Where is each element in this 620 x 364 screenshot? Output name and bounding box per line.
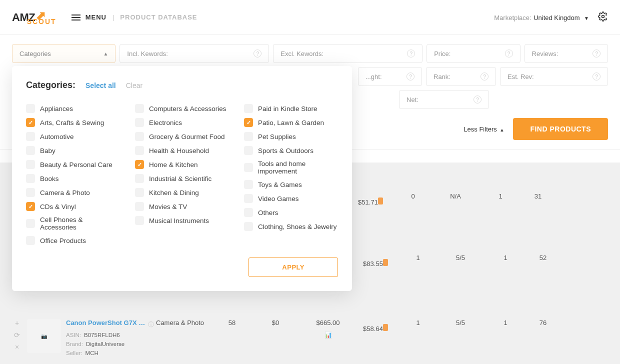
- help-icon[interactable]: ?: [474, 96, 482, 104]
- info-icon[interactable]: ⓘ: [148, 321, 154, 328]
- category-item[interactable]: Sports & Outdoors: [244, 144, 338, 158]
- checkbox[interactable]: [244, 194, 253, 203]
- checkbox[interactable]: [135, 132, 144, 141]
- checkbox[interactable]: [26, 202, 35, 211]
- category-item[interactable]: Computers & Accessories: [135, 102, 229, 116]
- category-item[interactable]: Paid in Kindle Store: [244, 102, 338, 116]
- category-item[interactable]: Movies & TV: [135, 200, 229, 214]
- select-all-link[interactable]: Select all: [86, 82, 116, 90]
- category-item[interactable]: CDs & Vinyl: [26, 200, 120, 214]
- checkbox[interactable]: [26, 132, 35, 141]
- checkbox[interactable]: [135, 202, 144, 211]
- help-icon[interactable]: ?: [406, 72, 414, 80]
- category-item[interactable]: Appliances: [26, 102, 120, 116]
- category-item[interactable]: Automotive: [26, 130, 120, 144]
- hamburger-icon[interactable]: [72, 13, 80, 22]
- checkbox[interactable]: [26, 160, 35, 169]
- cell-value: $58.64: [363, 325, 383, 332]
- calc-icon[interactable]: [378, 198, 383, 204]
- net-input[interactable]: Net: ?: [399, 90, 489, 109]
- category-item[interactable]: Video Games: [244, 192, 338, 206]
- category-item[interactable]: Cell Phones & Accessories: [26, 214, 120, 234]
- checkbox[interactable]: [244, 163, 253, 172]
- logo[interactable]: AMZ ⬈ SCOUT: [12, 10, 56, 24]
- price-input[interactable]: Price: ?: [426, 44, 520, 63]
- calc-icon[interactable]: [383, 259, 388, 266]
- checkbox[interactable]: [244, 180, 253, 189]
- checkbox[interactable]: [26, 188, 35, 197]
- category-item[interactable]: Industrial & Scientific: [135, 172, 229, 186]
- reviews-input[interactable]: Reviews: ?: [524, 44, 608, 63]
- category-item[interactable]: Camera & Photo: [26, 186, 120, 200]
- checkbox[interactable]: [244, 208, 253, 217]
- help-icon[interactable]: ?: [592, 72, 600, 80]
- category-item[interactable]: Grocery & Gourmet Food: [135, 130, 229, 144]
- help-icon[interactable]: ?: [592, 50, 600, 58]
- checkbox[interactable]: [26, 104, 35, 113]
- category-item[interactable]: Electronics: [135, 116, 229, 130]
- less-filters-toggle[interactable]: Less Filters ▲: [464, 126, 504, 133]
- rank-input[interactable]: Rank: ?: [426, 67, 496, 86]
- cell-value: 58: [228, 319, 236, 326]
- checkbox[interactable]: [26, 118, 35, 127]
- checkbox[interactable]: [135, 146, 144, 155]
- menu-label[interactable]: MENU: [86, 14, 106, 21]
- weight-input[interactable]: ...ght: ?: [358, 67, 422, 86]
- category-item[interactable]: Health & Household: [135, 144, 229, 158]
- product-thumbnail[interactable]: 📷: [27, 319, 61, 353]
- category-item[interactable]: Baby: [26, 144, 120, 158]
- category-item[interactable]: Books: [26, 172, 120, 186]
- checkbox[interactable]: [244, 104, 253, 113]
- clear-link[interactable]: Clear: [126, 82, 142, 90]
- category-item[interactable]: Patio, Lawn & Garden: [244, 116, 338, 130]
- svg-point-0: [602, 15, 604, 18]
- checkbox[interactable]: [135, 188, 144, 197]
- checkbox[interactable]: [135, 216, 144, 225]
- category-item[interactable]: Clothing, Shoes & Jewelry: [244, 220, 338, 234]
- category-item[interactable]: Others: [244, 206, 338, 220]
- est-rev-input[interactable]: Est. Rev: ?: [500, 67, 608, 86]
- checkbox[interactable]: [244, 118, 253, 127]
- checkbox[interactable]: [26, 219, 35, 228]
- category-item[interactable]: Musical Instruments: [135, 214, 229, 228]
- plus-icon[interactable]: +: [15, 319, 19, 327]
- calc-icon[interactable]: [383, 324, 388, 331]
- find-products-button[interactable]: FIND PRODUCTS: [513, 118, 608, 140]
- category-item[interactable]: Beauty & Personal Care: [26, 158, 120, 172]
- category-item[interactable]: Home & Kitchen: [135, 158, 229, 172]
- chart-icon[interactable]: 📊: [303, 332, 353, 338]
- checkbox[interactable]: [244, 132, 253, 141]
- category-item[interactable]: Pet Supplies: [244, 130, 338, 144]
- weight-label: ...ght:: [366, 73, 382, 80]
- checkbox[interactable]: [135, 104, 144, 113]
- checkbox[interactable]: [26, 236, 35, 245]
- category-item[interactable]: Office Products: [26, 234, 120, 248]
- refresh-icon[interactable]: ⟳: [14, 331, 20, 339]
- category-label: Camera & Photo: [40, 189, 90, 196]
- marketplace-selector[interactable]: Marketplace: United Kingdom ▼: [494, 13, 589, 22]
- incl-keywords-input[interactable]: Incl. Kewords: ?: [120, 44, 269, 63]
- cell-value: 5/5: [456, 254, 465, 262]
- checkbox[interactable]: [244, 222, 253, 231]
- checkbox[interactable]: [135, 160, 144, 169]
- checkbox[interactable]: [244, 146, 253, 155]
- category-item[interactable]: Kitchen & Dining: [135, 186, 229, 200]
- category-item[interactable]: Tools and home imporvement: [244, 158, 338, 178]
- chevron-down-icon: ▼: [584, 16, 589, 21]
- help-icon[interactable]: ?: [505, 50, 513, 58]
- product-title[interactable]: Canon PowerShot G7X Mark...: [66, 319, 146, 326]
- help-icon[interactable]: ?: [480, 72, 488, 80]
- category-item[interactable]: Toys & Games: [244, 178, 338, 192]
- categories-dropdown[interactable]: Categories ▲: [12, 44, 116, 63]
- checkbox[interactable]: [26, 146, 35, 155]
- checkbox[interactable]: [135, 118, 144, 127]
- gear-icon[interactable]: [598, 12, 608, 24]
- apply-button[interactable]: APPLY: [248, 258, 338, 277]
- help-icon[interactable]: ?: [254, 50, 262, 58]
- category-item[interactable]: Arts, Crafts & Sewing: [26, 116, 120, 130]
- help-icon[interactable]: ?: [407, 50, 415, 58]
- checkbox[interactable]: [26, 174, 35, 183]
- close-icon[interactable]: ×: [15, 343, 19, 351]
- excl-keywords-input[interactable]: Excl. Kewords: ?: [273, 44, 422, 63]
- checkbox[interactable]: [135, 174, 144, 183]
